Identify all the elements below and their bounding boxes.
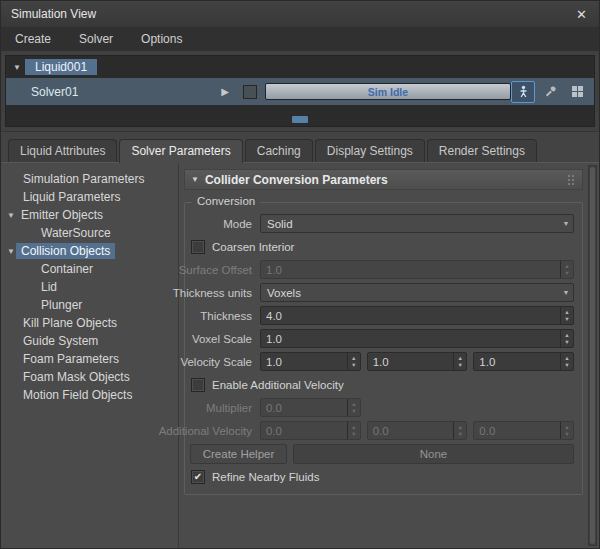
tab-bar: Liquid Attributes Solver Parameters Cach… [1, 132, 599, 162]
create-helper-button[interactable]: Create Helper [190, 444, 287, 464]
spinner-icon[interactable]: ▲▼ [453, 353, 466, 370]
parameters-tree: Simulation Parameters Liquid Parameters … [1, 163, 179, 548]
tree-item-foam-parameters[interactable]: Foam Parameters [1, 350, 178, 368]
chevron-down-icon: ▼ [559, 289, 573, 296]
additional-velocity-x-field[interactable]: 0.0 ▲▼ [260, 421, 361, 440]
enable-additional-velocity-row: Enable Additional Velocity [188, 373, 576, 396]
tree-item-plunger[interactable]: Plunger [1, 296, 178, 314]
tree-item-foam-mask-objects[interactable]: Foam Mask Objects [1, 368, 178, 386]
velocity-scale-label: Velocity Scale [188, 356, 252, 368]
sim-status-bar: Sim Idle [265, 83, 511, 100]
voxel-scale-field[interactable]: 1.0 ▲▼ [260, 329, 574, 348]
wrench-icon [544, 85, 557, 98]
menu-create[interactable]: Create [1, 28, 65, 51]
rollout-header[interactable]: ▼ Collider Conversion Parameters [184, 169, 583, 190]
chevron-down-icon: ▼ [559, 220, 573, 227]
thickness-field[interactable]: 4.0 ▲▼ [260, 306, 574, 325]
voxel-scale-row: Voxel Scale 1.0 ▲▼ [188, 327, 576, 350]
spinner-icon[interactable]: ▲▼ [560, 422, 573, 439]
spinner-icon[interactable]: ▲▼ [560, 353, 573, 370]
tab-content: Simulation Parameters Liquid Parameters … [1, 162, 599, 548]
tree-item-kill-plane-objects[interactable]: Kill Plane Objects [1, 314, 178, 332]
tree-item-collision-objects[interactable]: ▼Collision Objects [1, 242, 178, 260]
mode-row: Mode Solid ▼ [188, 212, 576, 235]
expand-arrow-icon[interactable]: ▼ [6, 211, 16, 220]
multiplier-label: Multiplier [188, 402, 252, 414]
scrollbar-thumb[interactable] [590, 167, 595, 544]
enable-additional-velocity-label: Enable Additional Velocity [212, 379, 344, 391]
liquid-root-row[interactable]: ▼ Liquid001 [6, 56, 594, 78]
velocity-scale-y-field[interactable]: 1.0 ▲▼ [367, 352, 468, 371]
velocity-scale-row: Velocity Scale 1.0 ▲▼ 1.0 ▲▼ 1.0 ▲▼ [188, 350, 576, 373]
tree-item-simulation-parameters[interactable]: Simulation Parameters [1, 170, 178, 188]
expand-arrow-icon[interactable]: ▼ [6, 247, 16, 256]
tree-item-container[interactable]: Container [1, 260, 178, 278]
tab-liquid-attributes[interactable]: Liquid Attributes [8, 139, 117, 162]
menu-options[interactable]: Options [127, 28, 196, 51]
simulate-button[interactable] [511, 81, 535, 103]
tab-solver-parameters[interactable]: Solver Parameters [119, 139, 242, 163]
helper-row: Create Helper None [188, 442, 576, 465]
voxel-scale-label: Voxel Scale [188, 333, 252, 345]
liquid-root-label[interactable]: Liquid001 [25, 59, 97, 75]
surface-offset-field[interactable]: 1.0 ▲▼ [260, 260, 574, 279]
thickness-units-dropdown[interactable]: Voxels ▼ [260, 283, 574, 302]
mode-dropdown[interactable]: Solid ▼ [260, 214, 574, 233]
solver-toolbar [511, 81, 589, 103]
velocity-scale-z-field[interactable]: 1.0 ▲▼ [473, 352, 574, 371]
window-title: Simulation View [11, 7, 96, 21]
tree-item-liquid-parameters[interactable]: Liquid Parameters [1, 188, 178, 206]
menu-bar: Create Solver Options [1, 28, 599, 51]
additional-velocity-y-field[interactable]: 0.0 ▲▼ [367, 421, 468, 440]
thickness-units-row: Thickness units Voxels ▼ [188, 281, 576, 304]
tab-render-settings[interactable]: Render Settings [427, 139, 537, 162]
thickness-label: Thickness [188, 310, 252, 322]
parameters-panel: ▼ Collider Conversion Parameters Convers… [179, 163, 599, 548]
expand-arrow-icon[interactable]: ▼ [13, 63, 25, 72]
tab-display-settings[interactable]: Display Settings [315, 139, 425, 162]
spinner-icon[interactable]: ▲▼ [347, 353, 360, 370]
tab-caching[interactable]: Caching [245, 139, 313, 162]
spinner-icon[interactable]: ▲▼ [347, 422, 360, 439]
refine-nearby-fluids-checkbox[interactable]: ✔ [191, 470, 205, 484]
solver-list-panel: ▼ Liquid001 Solver01 ▶ Sim Idle [1, 51, 599, 132]
tree-item-motion-field-objects[interactable]: Motion Field Objects [1, 386, 178, 404]
solver-name[interactable]: Solver01 [6, 85, 213, 99]
spinner-icon[interactable]: ▲▼ [347, 399, 360, 416]
additional-velocity-z-field[interactable]: 0.0 ▲▼ [473, 421, 574, 440]
simulation-view-window: Simulation View ✕ Create Solver Options … [0, 0, 600, 549]
play-icon[interactable]: ▶ [213, 86, 237, 97]
enable-additional-velocity-checkbox[interactable] [191, 378, 205, 392]
menu-solver[interactable]: Solver [65, 28, 127, 51]
velocity-scale-x-field[interactable]: 1.0 ▲▼ [260, 352, 361, 371]
spinner-icon[interactable]: ▲▼ [560, 330, 573, 347]
sim-status-text: Sim Idle [368, 86, 408, 98]
multiplier-field[interactable]: 0.0 ▲▼ [260, 398, 361, 417]
vertical-scrollbar[interactable] [588, 165, 597, 546]
helper-target-button[interactable]: None [293, 444, 574, 464]
tools-button[interactable] [538, 81, 562, 103]
coarsen-interior-checkbox[interactable] [191, 240, 205, 254]
refine-nearby-fluids-label: Refine Nearby Fluids [212, 471, 319, 483]
coarsen-interior-label: Coarsen Interior [212, 241, 294, 253]
close-icon[interactable]: ✕ [574, 7, 589, 22]
solver-enable-checkbox[interactable] [243, 85, 257, 99]
tree-item-lid[interactable]: Lid [1, 278, 178, 296]
additional-velocity-row: Additional Velocity 0.0 ▲▼ 0.0 ▲▼ 0.0 ▲▼ [188, 419, 576, 442]
tree-item-emitter-objects[interactable]: ▼Emitter Objects [1, 206, 178, 224]
thickness-units-label: Thickness units [188, 287, 252, 299]
spinner-icon[interactable]: ▲▼ [453, 422, 466, 439]
drag-grip-icon[interactable] [566, 174, 576, 185]
solver-list: ▼ Liquid001 Solver01 ▶ Sim Idle [5, 55, 595, 127]
spinner-icon[interactable]: ▲▼ [560, 307, 573, 324]
grid-view-button[interactable] [565, 81, 589, 103]
tree-item-guide-system[interactable]: Guide System [1, 332, 178, 350]
title-bar[interactable]: Simulation View ✕ [1, 1, 599, 28]
rollout-title: Collider Conversion Parameters [205, 173, 388, 187]
tree-item-watersource[interactable]: WaterSource [1, 224, 178, 242]
additional-velocity-label: Additional Velocity [188, 425, 252, 437]
group-label: Conversion [192, 195, 260, 207]
spinner-icon[interactable]: ▲▼ [560, 261, 573, 278]
solver-row[interactable]: Solver01 ▶ Sim Idle [6, 78, 594, 105]
scrollbar-thumb[interactable] [292, 116, 308, 123]
